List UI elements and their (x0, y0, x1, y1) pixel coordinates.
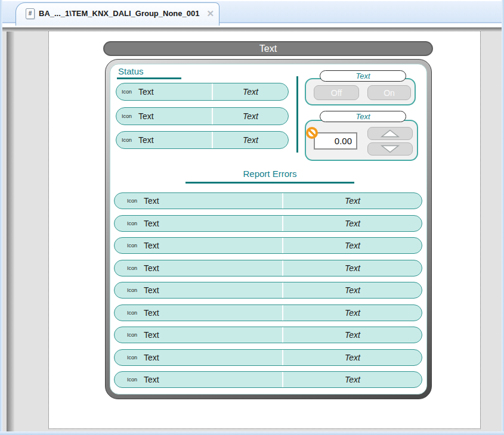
canvas-top-edge (2, 27, 502, 32)
status-row-value: Text (213, 83, 288, 100)
report-row-text: Text (144, 330, 159, 340)
report-row-text: Text (144, 353, 159, 362)
report-row[interactable]: Icon Text Text (114, 327, 422, 343)
status-row-left: Icon Text (116, 132, 213, 148)
report-row-left: Icon Text (115, 216, 283, 231)
status-row-left: Icon Text (116, 83, 213, 100)
close-icon[interactable]: ✕ (206, 9, 214, 18)
off-button[interactable]: Off (314, 85, 359, 100)
report-row-text: Text (144, 285, 159, 295)
widget-title: Text (259, 44, 277, 54)
report-row-text: Text (144, 196, 159, 206)
report-row-text: Text (144, 241, 159, 250)
status-row-value: Text (213, 132, 288, 148)
report-row-value: Text (283, 238, 422, 253)
status-row-left: Icon Text (116, 108, 213, 125)
report-row-value: Text (283, 216, 422, 231)
report-row[interactable]: Icon Text Text (114, 349, 422, 366)
report-row-text: Text (144, 308, 159, 318)
increment-button[interactable] (367, 127, 413, 140)
report-row-value: Text (283, 193, 422, 209)
report-row-left: Icon Text (115, 327, 283, 343)
report-row-text: Text (144, 375, 159, 384)
window-frame-left (0, 0, 2, 435)
report-row-value: Text (283, 350, 422, 365)
status-row[interactable]: Icon Text Text (116, 107, 289, 125)
report-row[interactable]: Icon Text Text (114, 192, 422, 209)
report-row[interactable]: Icon Text Text (114, 371, 422, 388)
report-row-value: Text (283, 260, 422, 276)
icon-placeholder-label: Icon (127, 287, 137, 293)
icon-placeholder-label: Icon (122, 89, 132, 95)
report-row[interactable]: Icon Text Text (114, 260, 422, 276)
report-row-left: Icon Text (115, 372, 283, 387)
report-row-text: Text (144, 263, 159, 273)
report-row[interactable]: Icon Text Text (114, 215, 422, 232)
report-row-left: Icon Text (115, 238, 283, 253)
widget-title-bar: Text (103, 41, 433, 56)
document-icon: # (26, 8, 35, 19)
icon-placeholder-label: Icon (127, 310, 137, 316)
icon-placeholder-label: Icon (127, 377, 137, 383)
report-row[interactable]: Icon Text Text (114, 304, 422, 321)
report-row-text: Text (144, 219, 159, 228)
report-errors-heading: Report Errors (185, 169, 354, 179)
icon-placeholder-label: Icon (127, 198, 137, 204)
document-tab[interactable]: # BA_..._1\TEM_KNX_DALI_Group_None_001 ✕ (16, 2, 219, 26)
report-row[interactable]: Icon Text Text (114, 237, 422, 254)
design-canvas: Text Status Icon Text Text Icon Text (2, 32, 502, 431)
forbidden-icon (306, 127, 318, 139)
icon-placeholder-label: Icon (127, 265, 137, 271)
window-frame-right (502, 0, 504, 435)
status-row[interactable]: Icon Text Text (116, 83, 289, 101)
icon-placeholder-label: Icon (127, 220, 137, 226)
spinner-group-label: Text (320, 111, 406, 122)
status-row-text: Text (138, 135, 154, 145)
switch-group-label: Text (320, 70, 406, 82)
report-row-value: Text (283, 282, 422, 298)
status-underline (117, 77, 181, 79)
report-row-left: Icon Text (115, 193, 283, 209)
status-row[interactable]: Icon Text Text (116, 131, 289, 149)
tab-title: BA_..._1\TEM_KNX_DALI_Group_None_001 (39, 9, 199, 18)
report-row-left: Icon Text (115, 350, 283, 365)
decrement-button[interactable] (367, 142, 413, 156)
report-errors-underline (185, 182, 354, 184)
arrow-down-icon (380, 145, 400, 153)
icon-placeholder-label: Icon (127, 332, 137, 338)
status-heading: Status (118, 66, 144, 76)
report-row-value: Text (283, 305, 422, 321)
report-row-value: Text (283, 327, 422, 343)
report-row-left: Icon Text (115, 260, 283, 276)
window-frame-bottom (0, 431, 504, 435)
canvas-left-edge (7, 32, 14, 431)
status-row-text: Text (138, 111, 154, 121)
report-row-value: Text (283, 372, 422, 387)
icon-placeholder-label: Icon (122, 113, 132, 119)
status-row-text: Text (138, 87, 154, 97)
report-row[interactable]: Icon Text Text (114, 282, 422, 299)
arrow-up-icon (380, 129, 400, 138)
report-row-left: Icon Text (115, 305, 283, 321)
design-page: Text Status Icon Text Text Icon Text (48, 32, 481, 429)
on-button[interactable]: On (367, 85, 411, 100)
report-row-left: Icon Text (115, 282, 283, 298)
icon-placeholder-label: Icon (122, 137, 132, 143)
section-divider (296, 76, 298, 153)
app-window: # BA_..._1\TEM_KNX_DALI_Group_None_001 ✕… (0, 0, 504, 435)
status-row-value: Text (213, 108, 288, 125)
value-input[interactable] (314, 132, 357, 150)
icon-placeholder-label: Icon (127, 355, 137, 361)
icon-placeholder-label: Icon (127, 243, 137, 248)
